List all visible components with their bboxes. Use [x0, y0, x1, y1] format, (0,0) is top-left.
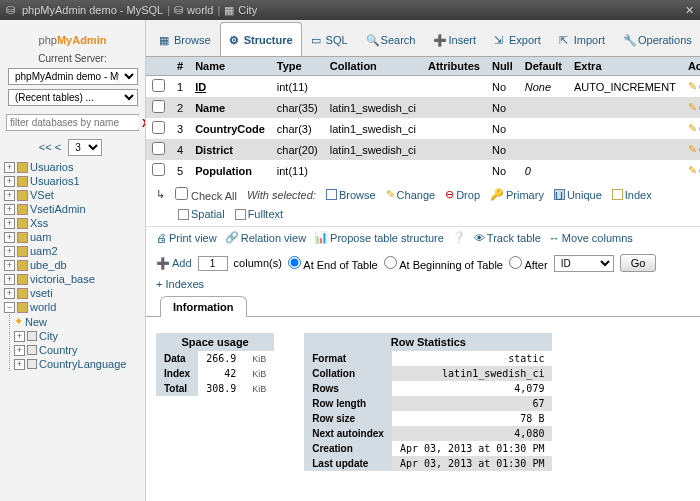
- pager-prev[interactable]: << <: [39, 141, 61, 153]
- relation-view[interactable]: 🔗 Relation view: [225, 231, 306, 244]
- db-item[interactable]: + uam2: [4, 244, 141, 258]
- change-link[interactable]: ✎ Change: [688, 143, 700, 156]
- row-checkbox[interactable]: [152, 142, 165, 155]
- change-link[interactable]: ✎ Change: [688, 80, 700, 93]
- window-titlebar: ⛁ phpMyAdmin demo - MySQL |⛁ world |▦ Ci…: [0, 0, 700, 20]
- column-row: 4 District char(20) latin1_swedish_ci No…: [146, 139, 700, 160]
- go-button[interactable]: Go: [620, 254, 657, 272]
- recent-tables-select[interactable]: (Recent tables) ...: [8, 89, 138, 106]
- column-row: 5 Population int(11) No 0 ✎ Change ⊖ Dro…: [146, 160, 700, 181]
- bulk-drop[interactable]: ⊖ Drop: [445, 188, 480, 201]
- tab-browse[interactable]: ▦Browse: [150, 22, 220, 56]
- track-table[interactable]: 👁 Track table: [474, 232, 541, 244]
- database-icon: [17, 176, 28, 187]
- db-item[interactable]: + VsetiAdmin: [4, 202, 141, 216]
- new-item[interactable]: ✦ New: [14, 314, 141, 329]
- expand-icon[interactable]: +: [4, 190, 15, 201]
- add-link[interactable]: ➕Add: [156, 257, 192, 270]
- db-item[interactable]: + Usuarios1: [4, 174, 141, 188]
- db-item[interactable]: + ube_db: [4, 258, 141, 272]
- expand-icon[interactable]: +: [4, 260, 15, 271]
- expand-icon[interactable]: +: [4, 176, 15, 187]
- db-item[interactable]: + vseti: [4, 286, 141, 300]
- row-checkbox[interactable]: [152, 121, 165, 134]
- tab-operations[interactable]: 🔧Operations: [614, 22, 700, 56]
- db-item[interactable]: + victoria_base: [4, 272, 141, 286]
- expand-icon[interactable]: +: [4, 274, 15, 285]
- tab-import[interactable]: ⇱Import: [550, 22, 614, 56]
- db-item[interactable]: + Usuarios: [4, 160, 141, 174]
- pos-end[interactable]: At End of Table: [288, 256, 378, 271]
- check-all[interactable]: Check All: [175, 187, 237, 202]
- col-name[interactable]: ID: [189, 76, 271, 98]
- db-item-world[interactable]: − world: [4, 300, 141, 314]
- bulk-browse[interactable]: Browse: [326, 189, 376, 201]
- bulk-index[interactable]: Index: [612, 189, 652, 201]
- export-icon: ⇲: [494, 34, 506, 46]
- change-link[interactable]: ✎ Change: [688, 122, 700, 135]
- expand-icon[interactable]: +: [4, 288, 15, 299]
- propose-structure[interactable]: 📊 Propose table structure: [314, 231, 444, 244]
- db-item[interactable]: + uam: [4, 230, 141, 244]
- table-item[interactable]: + Country: [14, 343, 141, 357]
- db-tree: + Usuarios+ Usuarios1+ VSet+ VsetiAdmin+…: [4, 160, 141, 371]
- expand-icon[interactable]: +: [14, 359, 25, 370]
- link-toolbar: 🖨 Print view 🔗 Relation view 📊 Propose t…: [146, 226, 700, 248]
- server-select[interactable]: phpMyAdmin demo - My: [8, 68, 138, 85]
- move-columns[interactable]: ↔ Move columns: [549, 232, 633, 244]
- col-null: No: [486, 160, 519, 181]
- row-checkbox[interactable]: [152, 163, 165, 176]
- app-icon: ⛁: [6, 4, 18, 16]
- tab-sql[interactable]: ▭SQL: [302, 22, 357, 56]
- bulk-fulltext[interactable]: Fulltext: [235, 208, 283, 220]
- col-name[interactable]: Population: [189, 160, 271, 181]
- table-item[interactable]: + CountryLanguage: [14, 357, 141, 371]
- tab-search[interactable]: 🔍Search: [357, 22, 425, 56]
- table-item[interactable]: + City: [14, 329, 141, 343]
- sidebar: phpMyAdmin Current Server: phpMyAdmin de…: [0, 20, 146, 501]
- expand-icon[interactable]: +: [14, 345, 25, 356]
- change-link[interactable]: ✎ Change: [688, 101, 700, 114]
- change-link[interactable]: ✎ Change: [688, 164, 700, 177]
- after-column-select[interactable]: ID: [554, 255, 614, 272]
- filter-input[interactable]: [8, 116, 139, 129]
- tab-insert[interactable]: ➕Insert: [424, 22, 485, 56]
- bulk-unique[interactable]: U Unique: [554, 189, 602, 201]
- information-tab[interactable]: Information: [160, 296, 247, 317]
- db-item[interactable]: + Xss: [4, 216, 141, 230]
- row-checkbox[interactable]: [152, 79, 165, 92]
- db-item[interactable]: + VSet: [4, 188, 141, 202]
- tab-structure[interactable]: ⚙Structure: [220, 22, 302, 56]
- expand-icon[interactable]: +: [4, 162, 15, 173]
- bulk-spatial[interactable]: Spatial: [178, 208, 225, 220]
- pager-page[interactable]: 3: [68, 139, 102, 156]
- expand-icon[interactable]: +: [4, 232, 15, 243]
- expand-icon[interactable]: +: [14, 331, 25, 342]
- col-name[interactable]: Name: [189, 97, 271, 118]
- help-icon[interactable]: ❔: [452, 231, 466, 244]
- database-icon: [17, 190, 28, 201]
- expand-icon[interactable]: +: [4, 204, 15, 215]
- bulk-primary[interactable]: 🔑 Primary: [490, 188, 544, 201]
- stat-label: Creation: [304, 441, 392, 456]
- tab-export[interactable]: ⇲Export: [485, 22, 550, 56]
- search-icon: 🔍: [366, 34, 378, 46]
- print-view[interactable]: 🖨 Print view: [156, 232, 217, 244]
- bulk-change[interactable]: ✎ Change: [386, 188, 436, 201]
- indexes-link[interactable]: + Indexes: [156, 278, 204, 290]
- database-icon: [17, 162, 28, 173]
- pos-beginning[interactable]: At Beginning of Table: [384, 256, 503, 271]
- col-name[interactable]: CountryCode: [189, 118, 271, 139]
- insert-icon: ➕: [433, 34, 445, 46]
- filter-clear-icon[interactable]: X: [139, 117, 146, 129]
- col-type: char(35): [271, 97, 324, 118]
- window-close-icon[interactable]: ✕: [685, 4, 694, 17]
- expand-icon[interactable]: +: [4, 246, 15, 257]
- col-header: Action: [682, 57, 700, 76]
- pos-after[interactable]: After: [509, 256, 548, 271]
- col-name[interactable]: District: [189, 139, 271, 160]
- expand-icon[interactable]: +: [4, 218, 15, 229]
- row-checkbox[interactable]: [152, 100, 165, 113]
- add-count-input[interactable]: [198, 256, 228, 271]
- collapse-icon[interactable]: −: [4, 302, 15, 313]
